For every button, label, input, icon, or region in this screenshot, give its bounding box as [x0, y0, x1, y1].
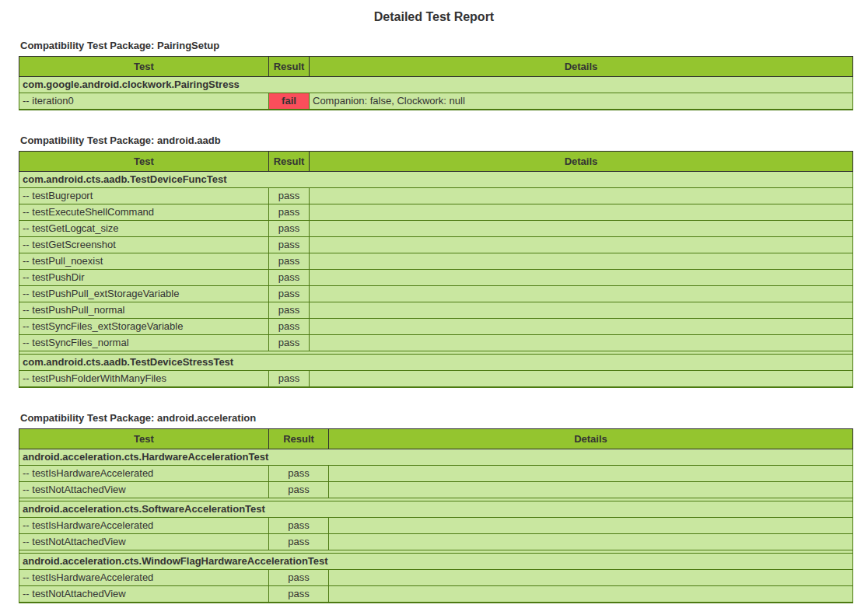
- package-heading: Compatibility Test Package: android.aadb: [20, 135, 853, 146]
- package-heading: Compatibility Test Package: PairingSetup: [20, 40, 853, 51]
- result-cell: pass: [269, 237, 310, 253]
- details-cell: [329, 518, 853, 534]
- test-row: -- testPull_noexistpass: [19, 253, 853, 270]
- report-page: Detailed Test Report Compatibility Test …: [0, 0, 868, 615]
- test-name-cell: -- testPushPull_extStorageVariable: [19, 286, 269, 302]
- header-row: TestResultDetails: [19, 429, 853, 449]
- details-cell: [310, 237, 853, 253]
- details-cell: [329, 482, 853, 498]
- test-name-cell: -- testNotAttachedView: [19, 534, 269, 550]
- column-header-details: Details: [310, 57, 853, 77]
- test-class-row: com.android.cts.aadb.TestDeviceFuncTest: [19, 172, 853, 188]
- test-name-cell: -- iteration0: [19, 93, 269, 110]
- details-cell: [310, 253, 853, 270]
- details-cell: [310, 319, 853, 335]
- column-header-test: Test: [19, 429, 269, 449]
- column-header-result: Result: [269, 152, 310, 172]
- report-sections: Compatibility Test Package: PairingSetup…: [0, 40, 868, 603]
- result-cell: pass: [269, 482, 329, 498]
- test-class-row: com.android.cts.aadb.TestDeviceStressTes…: [19, 355, 853, 371]
- test-name-cell: -- testPull_noexist: [19, 253, 269, 270]
- test-name-cell: -- testNotAttachedView: [19, 586, 269, 603]
- table-body: TestResultDetailsandroid.acceleration.ct…: [19, 429, 853, 603]
- column-header-test: Test: [19, 152, 269, 172]
- test-name-cell: -- testExecuteShellCommand: [19, 204, 269, 221]
- page-title: Detailed Test Report: [0, 10, 868, 24]
- test-row: -- testIsHardwareAcceleratedpass: [19, 518, 853, 534]
- test-class-row: android.acceleration.cts.WindowFlagHardw…: [19, 554, 853, 570]
- result-cell: pass: [269, 188, 310, 204]
- test-row: -- testPushFolderWithManyFilespass: [19, 371, 853, 388]
- column-header-test: Test: [19, 57, 269, 77]
- details-cell: [329, 534, 853, 550]
- column-header-details: Details: [329, 429, 853, 449]
- package-heading: Compatibility Test Package: android.acce…: [20, 412, 853, 424]
- test-class-name-cell: com.android.cts.aadb.TestDeviceFuncTest: [19, 172, 853, 188]
- test-row: -- testSyncFiles_extStorageVariablepass: [19, 319, 853, 335]
- test-class-name-cell: android.acceleration.cts.WindowFlagHardw…: [19, 554, 853, 570]
- test-row: -- testNotAttachedViewpass: [19, 586, 853, 603]
- package-section: Compatibility Test Package: PairingSetup…: [19, 40, 853, 110]
- test-class-name-cell: com.google.android.clockwork.PairingStre…: [19, 77, 853, 93]
- details-cell: [310, 221, 853, 237]
- result-cell: pass: [269, 253, 310, 270]
- table-body: TestResultDetailscom.google.android.cloc…: [19, 57, 853, 110]
- result-cell: pass: [269, 371, 310, 388]
- test-name-cell: -- testIsHardwareAccelerated: [19, 570, 269, 586]
- test-row: -- testPushPull_normalpass: [19, 302, 853, 319]
- header-row: TestResultDetails: [19, 152, 853, 172]
- test-class-row: android.acceleration.cts.SoftwareAcceler…: [19, 501, 853, 518]
- result-cell: fail: [269, 93, 310, 110]
- test-row: -- testNotAttachedViewpass: [19, 534, 853, 550]
- test-name-cell: -- testGetLogcat_size: [19, 221, 269, 237]
- test-row: -- iteration0failCompanion: false, Clock…: [19, 93, 853, 110]
- result-cell: pass: [269, 518, 329, 534]
- test-class-row: com.google.android.clockwork.PairingStre…: [19, 77, 853, 93]
- test-results-table: TestResultDetailsandroid.acceleration.ct…: [19, 428, 853, 603]
- test-class-name-cell: android.acceleration.cts.SoftwareAcceler…: [19, 501, 853, 518]
- details-cell: Companion: false, Clockwork: null: [310, 93, 853, 110]
- test-name-cell: -- testIsHardwareAccelerated: [19, 518, 269, 534]
- details-cell: [329, 570, 853, 586]
- result-cell: pass: [269, 221, 310, 237]
- package-section: Compatibility Test Package: android.aadb…: [19, 135, 853, 388]
- test-row: -- testIsHardwareAcceleratedpass: [19, 466, 853, 482]
- test-row: -- testPushDirpass: [19, 270, 853, 286]
- details-cell: [329, 466, 853, 482]
- details-cell: [310, 204, 853, 221]
- test-name-cell: -- testBugreport: [19, 188, 269, 204]
- test-row: -- testBugreportpass: [19, 188, 853, 204]
- test-class-row: android.acceleration.cts.HardwareAcceler…: [19, 449, 853, 466]
- test-row: -- testGetScreenshotpass: [19, 237, 853, 253]
- test-row: -- testPushPull_extStorageVariablepass: [19, 286, 853, 302]
- header-row: TestResultDetails: [19, 57, 853, 77]
- package-section: Compatibility Test Package: android.acce…: [19, 412, 853, 603]
- test-name-cell: -- testGetScreenshot: [19, 237, 269, 253]
- result-cell: pass: [269, 286, 310, 302]
- result-cell: pass: [269, 302, 310, 319]
- result-cell: pass: [269, 586, 329, 603]
- test-row: -- testGetLogcat_sizepass: [19, 221, 853, 237]
- test-name-cell: -- testNotAttachedView: [19, 482, 269, 498]
- test-row: -- testIsHardwareAcceleratedpass: [19, 570, 853, 586]
- test-class-name-cell: android.acceleration.cts.HardwareAcceler…: [19, 449, 853, 466]
- column-header-details: Details: [310, 152, 853, 172]
- test-row: -- testNotAttachedViewpass: [19, 482, 853, 498]
- details-cell: [310, 335, 853, 351]
- test-class-name-cell: com.android.cts.aadb.TestDeviceStressTes…: [19, 355, 853, 371]
- result-cell: pass: [269, 335, 310, 351]
- details-cell: [310, 286, 853, 302]
- test-row: -- testExecuteShellCommandpass: [19, 204, 853, 221]
- details-cell: [310, 302, 853, 319]
- result-cell: pass: [269, 466, 329, 482]
- details-cell: [310, 270, 853, 286]
- result-cell: pass: [269, 319, 310, 335]
- result-cell: pass: [269, 534, 329, 550]
- details-cell: [310, 371, 853, 388]
- details-cell: [310, 188, 853, 204]
- test-results-table: TestResultDetailscom.android.cts.aadb.Te…: [19, 151, 853, 388]
- test-results-table: TestResultDetailscom.google.android.cloc…: [19, 56, 853, 110]
- details-cell: [329, 586, 853, 603]
- test-name-cell: -- testIsHardwareAccelerated: [19, 466, 269, 482]
- result-cell: pass: [269, 270, 310, 286]
